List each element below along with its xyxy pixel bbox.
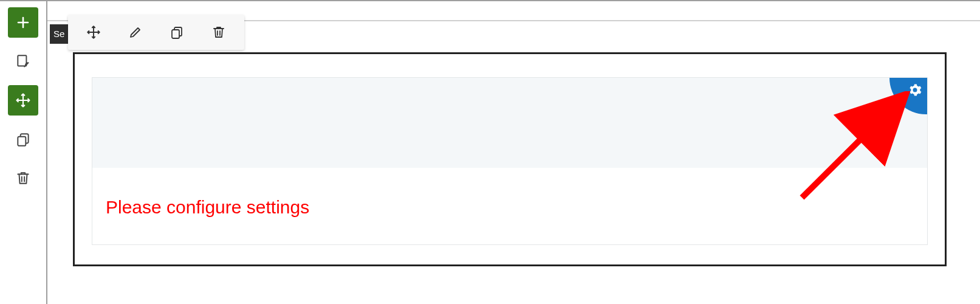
- svg-rect-8: [172, 30, 179, 38]
- copy-button[interactable]: [163, 18, 191, 46]
- configure-message: Please configure settings: [106, 197, 309, 218]
- add-button[interactable]: [8, 7, 38, 38]
- copy-button-sidebar[interactable]: [8, 124, 38, 154]
- block-inner-card: Please configure settings: [92, 77, 928, 245]
- page-edit-icon: [15, 54, 31, 69]
- block-type-label: Se: [53, 29, 64, 39]
- delete-button-sidebar[interactable]: [8, 163, 38, 193]
- selected-block[interactable]: Please configure settings: [73, 52, 947, 266]
- copy-icon: [170, 25, 184, 40]
- block-toolbar: [68, 15, 244, 50]
- delete-button[interactable]: [205, 18, 233, 46]
- move-icon: [15, 92, 32, 109]
- block-type-tag: Se: [50, 24, 68, 44]
- trash-icon: [211, 25, 226, 40]
- left-toolbar: [0, 0, 47, 304]
- plus-icon: [16, 15, 30, 30]
- move-icon: [86, 24, 101, 40]
- edit-form-button[interactable]: [8, 46, 38, 77]
- copy-icon: [15, 131, 31, 147]
- trash-icon: [15, 170, 31, 186]
- block-header-area: [92, 78, 927, 168]
- pencil-icon: [128, 25, 143, 40]
- gear-icon: [908, 83, 922, 97]
- move-button[interactable]: [80, 18, 108, 46]
- move-button-active[interactable]: [8, 85, 38, 116]
- svg-rect-4: [18, 137, 26, 146]
- edit-button[interactable]: [122, 18, 149, 46]
